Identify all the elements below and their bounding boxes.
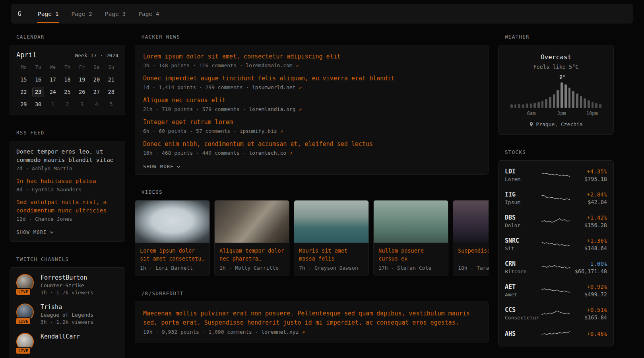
weather-bars [510,81,601,108]
story-title-link[interactable]: Donec imperdiet augue tincidunt felis al… [143,74,480,83]
stock-row[interactable]: DBS Dolor +1.42% $156.28 [505,210,607,233]
video-card[interactable]: Nullam posuere cursus ex 17h · Stefan Co… [373,200,448,276]
videos-section: VIDEOS Lorem ipsum dolor sit amet consec… [135,189,489,276]
video-thumbnail[interactable] [294,200,369,243]
video-thumbnail[interactable] [135,200,209,243]
calendar-day-header: Th [60,63,75,72]
calendar-day: 16 [31,74,46,85]
video-card[interactable]: Lorem ipsum dolor sit amet consectetu… 1… [135,200,210,276]
weather-bar [599,104,601,108]
story-meta: 16h · 468 points · 440 comments · loremt… [143,150,480,156]
app-logo[interactable]: G [11,4,28,23]
nav-tab[interactable]: Page 2 [71,4,92,23]
weather-section: WEATHER Overcast Feels like 5°C 9° 6am 2… [498,34,614,135]
video-card[interactable]: Suspendisse diam 18h · Tara [453,200,489,276]
video-title-link[interactable]: Suspendisse diam [458,247,489,263]
calendar-day: 26 [75,87,89,97]
hackernews-show-more-button[interactable]: SHOW MORE [143,163,180,169]
story-domain-link[interactable]: loremdomain.com [246,62,292,68]
nav-tab[interactable]: Page 4 [138,4,159,23]
story-item: Integer eget rutrum lorem 6h · 60 points… [143,118,480,134]
story-domain-link[interactable]: loremlandia.org [249,106,295,112]
stock-change: +0.46% [570,331,607,337]
rss-item: Donec tempor eros leo, ut commodo mauris… [16,148,118,171]
rss-item-title[interactable]: Sed volutpat nulla nisl, a condimentum n… [16,198,118,215]
stock-row[interactable]: AET Amet +0.92% $499.72 [505,279,607,302]
story-title-link[interactable]: Lorem ipsum dolor sit amet, consectetur … [143,53,480,61]
story-domain-link[interactable]: ipsumify.biz [240,128,277,134]
video-title-link[interactable]: Lorem ipsum dolor sit amet consectetu… [140,247,205,263]
weather-widget: Overcast Feels like 5°C 9° 6am 2pm 10pm [498,45,614,135]
stock-row[interactable]: CCS Consectetur +0.51% $165.84 [505,302,607,325]
calendar-section: CALENDAR April Week 17 · 2024 Mo Tu We T… [10,34,125,115]
stock-row[interactable]: LDI Lorem +4.35% $795.18 [505,163,607,187]
video-title-link[interactable]: Mauris sit amet massa felis [299,247,364,263]
channel-name[interactable]: ForrestBurton [41,274,93,281]
weather-peak-temp: 9° [559,74,565,80]
video-thumbnail[interactable] [453,200,489,243]
stocks-section-header: STOCKS [498,149,614,155]
nav-tab[interactable]: Page 1 [38,4,58,23]
story-title-link[interactable]: Integer eget rutrum lorem [143,118,480,126]
weather-time-label: 6am [527,111,536,116]
chevron-down-icon [50,231,54,233]
location-pin-icon [529,122,533,127]
calendar-day: 28 [104,87,118,97]
stock-sparkline-wrap [541,239,570,249]
post-domain-link[interactable]: loremnet.xyz [261,329,299,335]
rss-item-title[interactable]: In hac habitasse platea [16,177,118,185]
story-meta-text: 6h · 60 points · 57 comments · [143,128,240,134]
channel-info: ForrestBurton Counter-Strike 1h · 1.7k v… [41,274,93,296]
video-meta: 1h · Lori Barnett [140,265,205,271]
video-meta: 1h · Molly Carrillo [219,265,284,271]
video-thumbnail[interactable] [374,200,448,243]
stock-row[interactable]: AHS +0.46% [505,325,607,343]
video-title-link[interactable]: Aliquam tempor dolor nec pharetra… [219,247,284,263]
stock-sparkline-wrap [541,170,570,180]
video-card[interactable]: Mauris sit amet massa felis 7h · Grayson… [294,200,369,276]
external-arrow-icon: ↗ [299,84,302,90]
story-meta-text: 21h · 710 points · 579 comments · [143,106,249,112]
calendar-day-header: Su [104,63,118,72]
story-domain-link[interactable]: loremtech.co [249,150,286,156]
stock-values: +1.42% $156.28 [570,214,607,228]
stock-id: DBS Dolor [505,214,541,228]
weather-bar [572,91,574,108]
video-thumbnail[interactable] [215,200,289,243]
twitch-channel-row[interactable]: LIVE ForrestBurton Counter-Strike 1h · 1… [16,274,118,296]
post-title-link[interactable]: Maecenas mollis pulvinar erat non posuer… [143,309,480,327]
story-meta: 6h · 60 points · 57 comments · ipsumify.… [143,128,480,134]
nav-tab[interactable]: Page 3 [105,4,126,23]
chevron-down-icon [177,165,180,168]
stock-id: SNRC Sit [505,237,541,251]
channel-info: KendallCarr [41,333,80,351]
channel-name[interactable]: Trisha [41,304,93,311]
stock-row[interactable]: IIG Ipsum +2.84% $42.04 [505,187,607,210]
calendar-day: 2 [60,99,75,109]
story-title-link[interactable]: Donec enim nibh, condimentum et accumsan… [143,140,480,148]
twitch-channel-row[interactable]: LIVE Trisha League of Legends 3h · 1.2k … [16,304,118,325]
channel-info: Trisha League of Legends 3h · 1.2k viewe… [41,304,93,325]
stock-sparkline-wrap [541,286,570,295]
video-card[interactable]: Aliquam tempor dolor nec pharetra… 1h · … [214,200,289,276]
twitch-channel-row[interactable]: LIVE KendallCarr [16,333,118,351]
rss-show-more-button[interactable]: SHOW MORE [16,229,54,235]
stock-sparkline [541,263,570,272]
calendar-widget: April Week 17 · 2024 Mo Tu We Th Fr [10,45,125,115]
stock-row[interactable]: CRN Bitcorn -1.00% $66,171.48 [505,256,607,279]
stock-row[interactable]: SNRC Sit +1.36% $148.64 [505,233,607,256]
stock-id: AET Amet [505,283,541,298]
story-meta-text: 16h · 468 points · 440 comments · [143,150,249,156]
calendar-section-header: CALENDAR [10,34,125,40]
calendar-day: 5 [104,99,118,109]
rss-item-title[interactable]: Donec tempor eros leo, ut commodo mauris… [16,148,118,164]
video-title-link[interactable]: Nullam posuere cursus ex [378,247,443,263]
channel-name[interactable]: KendallCarr [41,333,80,340]
calendar-day: 29 [16,99,31,109]
story-title-link[interactable]: Aliquam nec cursus elit [143,96,480,105]
weather-bar [526,103,528,108]
external-arrow-icon: ↗ [280,128,283,134]
stock-ticker: SNRC [505,237,541,244]
dashboard-content: CALENDAR April Week 17 · 2024 Mo Tu We T… [0,23,644,358]
story-domain-link[interactable]: ipsumworld.net [252,84,296,90]
